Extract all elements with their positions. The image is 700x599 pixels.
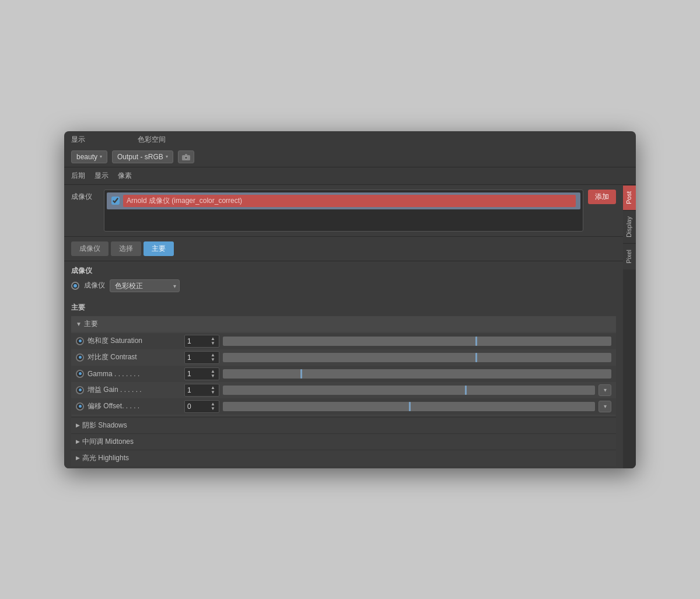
display-label: 显示 — [71, 135, 85, 145]
contrast-slider[interactable] — [223, 353, 611, 362]
main-group-arrow: ▼ — [76, 321, 82, 327]
shadows-group-arrow: ▶ — [76, 422, 80, 428]
tab-select-btn[interactable]: 选择 — [111, 241, 141, 256]
gain-value: 1 — [187, 386, 191, 394]
app-window: 显示 色彩空间 beauty ▾ Output - sRGB ▾ 后期 显示 像… — [64, 131, 636, 468]
colorspace-label: 色彩空间 — [138, 135, 166, 145]
gain-input: 1 ▲ ▼ — [184, 384, 219, 397]
imager-item: Arnold 成像仪 (imager_color_correct) — [107, 192, 580, 209]
contrast-down[interactable]: ▼ — [209, 358, 216, 362]
saturation-label: 饱和度 Saturation — [88, 336, 181, 346]
main-params-title: 主要 — [71, 303, 616, 313]
saturation-input: 1 ▲ ▼ — [184, 335, 219, 348]
contrast-value: 1 — [187, 353, 191, 362]
saturation-spinners: ▲ ▼ — [209, 337, 216, 346]
highlights-group-header[interactable]: ▶ 高光 Highlights — [71, 450, 616, 466]
imager-list: Arnold 成像仪 (imager_color_correct) — [104, 190, 583, 232]
param-row-offset: 偏移 Offset. . . . . 0 ▲ ▼ — [71, 398, 616, 415]
midtones-group-label: 中间调 Midtones — [82, 437, 134, 447]
saturation-down[interactable]: ▼ — [209, 341, 216, 346]
tab-display[interactable]: 显示 — [94, 170, 108, 182]
offset-down[interactable]: ▼ — [209, 407, 216, 411]
imager-select-radio[interactable] — [71, 282, 79, 290]
shadows-group-label: 阴影 Shadows — [82, 421, 127, 430]
offset-label: 偏移 Offset. . . . . — [88, 401, 181, 411]
tabs-row: 后期 显示 像素 — [64, 167, 636, 185]
offset-input: 0 ▲ ▼ — [184, 400, 219, 413]
gamma-spinners: ▲ ▼ — [209, 369, 216, 379]
gamma-input: 1 ▲ ▼ — [184, 367, 219, 380]
top-bar: beauty ▾ Output - sRGB ▾ — [64, 145, 636, 167]
gamma-label: Gamma . . . . . . . — [88, 370, 181, 378]
gain-dropdown-btn[interactable]: ▾ — [598, 384, 611, 396]
saturation-value: 1 — [187, 337, 191, 345]
gain-down[interactable]: ▼ — [209, 390, 216, 395]
imager-row: 成像仪 Arnold 成像仪 (imager_color_correct) 添加 — [71, 190, 616, 232]
saturation-slider[interactable] — [223, 337, 611, 346]
offset-spinners: ▲ ▼ — [209, 402, 216, 411]
main-group: ▼ 主要 饱和度 Saturation 1 ▲ ▼ — [71, 316, 616, 416]
settings-section: 成像仪 成像仪 色彩校正 — [64, 261, 623, 300]
imager-item-text: Arnold 成像仪 (imager_color_correct) — [123, 195, 576, 207]
add-imager-button[interactable]: 添加 — [588, 190, 616, 204]
imager-settings-title: 成像仪 — [71, 266, 616, 276]
offset-value: 0 — [187, 402, 191, 411]
output-dropdown[interactable]: Output - sRGB ▾ — [112, 150, 173, 163]
imager-label: 成像仪 — [71, 190, 99, 202]
imager-checkbox[interactable] — [111, 197, 120, 205]
side-tab-pixel[interactable]: Pixel — [623, 243, 636, 269]
main-group-body: 饱和度 Saturation 1 ▲ ▼ — [71, 332, 616, 416]
main-group-header[interactable]: ▼ 主要 — [71, 316, 616, 332]
svg-point-1 — [184, 156, 187, 159]
imager-select-label: 成像仪 — [84, 281, 105, 290]
gain-slider[interactable] — [223, 386, 595, 395]
param-row-gamma: Gamma . . . . . . . 1 ▲ ▼ — [71, 366, 616, 382]
saturation-radio[interactable] — [76, 337, 84, 345]
gain-label: 增益 Gain . . . . . . — [88, 385, 181, 395]
offset-dropdown-btn[interactable]: ▾ — [598, 401, 611, 412]
gain-spinners: ▲ ▼ — [209, 386, 216, 395]
shadows-group-header[interactable]: ▶ 阴影 Shadows — [71, 417, 616, 433]
highlights-group-arrow: ▶ — [76, 455, 80, 461]
imager-section: 成像仪 Arnold 成像仪 (imager_color_correct) 添加 — [64, 185, 623, 237]
main-area: 成像仪 Arnold 成像仪 (imager_color_correct) 添加… — [64, 185, 636, 468]
contrast-spinners: ▲ ▼ — [209, 353, 216, 362]
contrast-radio[interactable] — [76, 353, 84, 362]
beauty-dropdown[interactable]: beauty ▾ — [71, 150, 107, 163]
contrast-input: 1 ▲ ▼ — [184, 351, 219, 364]
imager-type-select[interactable]: 色彩校正 — [110, 279, 180, 292]
imager-select-row: 成像仪 色彩校正 — [71, 279, 616, 292]
camera-button[interactable] — [178, 150, 194, 163]
main-group-label: 主要 — [84, 319, 98, 329]
param-row-contrast: 对比度 Contrast 1 ▲ ▼ — [71, 349, 616, 366]
gamma-value: 1 — [187, 370, 191, 378]
side-tab-post[interactable]: Post — [623, 185, 636, 210]
side-tabs: Post Display Pixel — [623, 185, 636, 468]
contrast-label: 对比度 Contrast — [88, 352, 181, 362]
param-row-saturation: 饱和度 Saturation 1 ▲ ▼ — [71, 333, 616, 349]
tab-post[interactable]: 后期 — [71, 170, 85, 182]
offset-radio[interactable] — [76, 402, 84, 411]
tab-imager-btn[interactable]: 成像仪 — [71, 241, 108, 256]
offset-slider[interactable] — [223, 402, 595, 411]
tab-pixel[interactable]: 像素 — [118, 170, 132, 182]
params-section: 主要 ▼ 主要 饱和度 Saturation 1 — [64, 300, 623, 468]
midtones-group-arrow: ▶ — [76, 439, 80, 444]
gamma-slider[interactable] — [223, 369, 611, 379]
content-area: 成像仪 Arnold 成像仪 (imager_color_correct) 添加… — [64, 185, 623, 468]
midtones-group-header[interactable]: ▶ 中间调 Midtones — [71, 433, 616, 450]
imager-select-wrap: 色彩校正 — [110, 279, 180, 292]
top-labels-row: 显示 色彩空间 — [64, 131, 636, 145]
highlights-group-label: 高光 Highlights — [82, 453, 129, 463]
param-row-gain: 增益 Gain . . . . . . 1 ▲ ▼ — [71, 382, 616, 398]
side-tab-display[interactable]: Display — [623, 210, 636, 243]
tab-main-btn[interactable]: 主要 — [144, 241, 174, 256]
btn-tabs: 成像仪 选择 主要 — [64, 237, 623, 261]
gain-radio[interactable] — [76, 386, 84, 394]
output-dropdown-arrow: ▾ — [166, 154, 168, 159]
beauty-dropdown-arrow: ▾ — [100, 154, 102, 159]
gamma-radio[interactable] — [76, 370, 84, 378]
svg-rect-2 — [185, 154, 187, 156]
gamma-down[interactable]: ▼ — [209, 374, 216, 379]
